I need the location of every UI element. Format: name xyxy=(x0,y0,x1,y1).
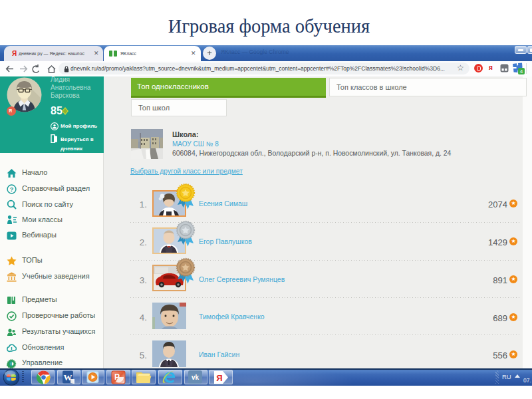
svg-text:vk: vk xyxy=(192,374,200,381)
svg-text:W: W xyxy=(64,372,72,382)
svg-text:?: ? xyxy=(10,186,14,193)
svg-text:4: 4 xyxy=(520,68,523,74)
svg-text:P: P xyxy=(114,372,120,382)
svg-text:Я: Я xyxy=(216,372,222,382)
